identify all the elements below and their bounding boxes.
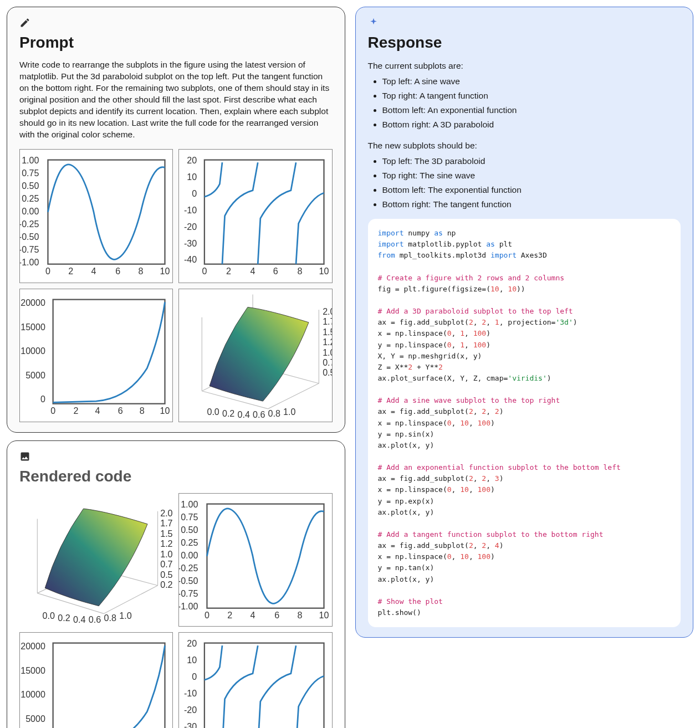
left-column: Prompt Write code to rearrange the subpl… xyxy=(7,7,345,728)
response-body: The current subplots are: Top left: A si… xyxy=(368,59,681,211)
list-item: Top right: The sine wave xyxy=(382,169,681,182)
sparkle-icon xyxy=(368,17,681,30)
response-card: Response The current subplots are: Top l… xyxy=(355,7,694,638)
svg-text:-20: -20 xyxy=(184,222,197,232)
chart-paraboloid-original: 0.0 0.2 0.4 0.6 0.8 1.0 2.00 1.75 1.50 1… xyxy=(178,289,332,422)
svg-text:0.6: 0.6 xyxy=(253,409,265,419)
svg-text:8: 8 xyxy=(298,266,303,276)
chart-tan-original: 20 10 0 -10 -20 -30 -40 0 2 4 6 8 xyxy=(178,149,332,283)
svg-text:10: 10 xyxy=(160,266,170,276)
svg-text:-0.25: -0.25 xyxy=(20,219,39,229)
svg-text:6: 6 xyxy=(274,610,279,620)
svg-text:0: 0 xyxy=(192,189,197,199)
svg-text:0.50: 0.50 xyxy=(22,181,39,191)
svg-text:2: 2 xyxy=(73,406,78,416)
response-intro-new: The new subplots should be: xyxy=(368,139,681,152)
prompt-body: Write code to rearrange the subplots in … xyxy=(19,59,333,140)
svg-rect-110 xyxy=(205,643,324,728)
svg-text:0.50: 0.50 xyxy=(323,367,331,377)
svg-text:1.00: 1.00 xyxy=(181,499,198,509)
svg-text:0: 0 xyxy=(40,394,45,404)
svg-text:0.2: 0.2 xyxy=(58,613,70,623)
response-intro-current: The current subplots are: xyxy=(368,59,681,73)
svg-text:20000: 20000 xyxy=(21,298,45,307)
svg-text:-1.00: -1.00 xyxy=(20,257,39,267)
svg-text:1.0: 1.0 xyxy=(119,610,131,620)
svg-text:0: 0 xyxy=(50,406,55,416)
chart-paraboloid-rendered: 0.0 0.2 0.4 0.6 0.8 1.0 2.00 1.75 1.50 1… xyxy=(19,493,173,627)
svg-text:2: 2 xyxy=(226,266,231,276)
svg-text:0.0: 0.0 xyxy=(43,610,55,620)
rendered-chart-grid: 0.0 0.2 0.4 0.6 0.8 1.0 2.00 1.75 1.50 1… xyxy=(19,493,333,728)
svg-text:10: 10 xyxy=(187,655,197,665)
svg-text:0.6: 0.6 xyxy=(89,614,101,624)
page-root: Prompt Write code to rearrange the subpl… xyxy=(7,7,693,728)
svg-text:0: 0 xyxy=(45,266,50,276)
svg-text:10: 10 xyxy=(319,266,329,276)
rendered-title: Rendered code xyxy=(19,468,333,485)
svg-text:-10: -10 xyxy=(184,688,197,698)
svg-text:0.4: 0.4 xyxy=(73,614,85,624)
svg-text:-40: -40 xyxy=(184,255,197,265)
svg-text:20000: 20000 xyxy=(21,641,45,651)
chart-tan-rendered: 20 10 0 -10 -20 -30 -40 0 2 4 6 8 xyxy=(178,632,332,728)
svg-text:4: 4 xyxy=(251,266,256,276)
svg-text:0.25: 0.25 xyxy=(181,537,198,547)
svg-text:4: 4 xyxy=(251,610,256,620)
list-item: Top left: The 3D paraboloid xyxy=(382,155,681,168)
svg-text:10000: 10000 xyxy=(21,689,45,699)
svg-text:10000: 10000 xyxy=(21,346,45,356)
svg-text:2: 2 xyxy=(68,266,73,276)
svg-text:2.00: 2.00 xyxy=(323,306,331,316)
svg-text:15000: 15000 xyxy=(21,321,45,331)
svg-text:0.50: 0.50 xyxy=(160,569,173,579)
code-block: import numpy as np import matplotlib.pyp… xyxy=(368,219,681,627)
svg-rect-82 xyxy=(207,504,324,608)
prompt-chart-grid: 1.00 0.75 0.50 0.25 0.00 -0.25 -0.50 -0.… xyxy=(19,149,333,422)
svg-text:-0.75: -0.75 xyxy=(179,588,198,598)
svg-text:20: 20 xyxy=(187,156,197,166)
chart-exp-original: 20000 15000 10000 5000 0 0 2 4 6 8 10 xyxy=(19,289,173,422)
list-item: Bottom left: The exponential function xyxy=(382,183,681,197)
right-column: Response The current subplots are: Top l… xyxy=(355,7,694,638)
svg-text:6: 6 xyxy=(273,266,278,276)
chart-exp-rendered: 20000 15000 10000 5000 0 0 2 4 6 8 10 xyxy=(19,632,173,728)
svg-rect-30 xyxy=(53,299,165,403)
chart-sine-rendered: 1.00 0.75 0.50 0.25 0.00 -0.25 -0.50 -0.… xyxy=(178,493,332,627)
rendered-card: Rendered code xyxy=(7,440,345,728)
svg-text:6: 6 xyxy=(115,266,120,276)
list-item: Bottom left: An exponential function xyxy=(382,104,681,117)
list-item: Bottom right: The tangent function xyxy=(382,198,681,211)
svg-text:0.4: 0.4 xyxy=(238,409,250,419)
svg-text:10: 10 xyxy=(319,610,329,620)
svg-text:1.25: 1.25 xyxy=(160,539,173,548)
svg-text:10: 10 xyxy=(187,172,197,182)
svg-text:8: 8 xyxy=(298,610,303,620)
svg-text:-30: -30 xyxy=(184,238,197,248)
svg-rect-0 xyxy=(48,160,165,264)
svg-text:-30: -30 xyxy=(184,721,197,728)
svg-text:0.25: 0.25 xyxy=(22,194,39,204)
svg-text:-20: -20 xyxy=(184,704,197,714)
svg-text:0: 0 xyxy=(202,266,207,276)
svg-rect-98 xyxy=(53,643,165,728)
svg-text:0: 0 xyxy=(205,610,210,620)
prompt-card: Prompt Write code to rearrange the subpl… xyxy=(7,7,345,433)
svg-text:0.75: 0.75 xyxy=(160,559,173,569)
svg-text:-0.75: -0.75 xyxy=(20,245,39,255)
svg-text:15000: 15000 xyxy=(21,665,45,675)
svg-text:1.50: 1.50 xyxy=(323,326,331,336)
pencil-icon xyxy=(19,17,333,30)
svg-text:0.75: 0.75 xyxy=(323,357,331,367)
prompt-title: Prompt xyxy=(19,34,333,52)
svg-text:-0.50: -0.50 xyxy=(179,576,198,586)
svg-text:-0.25: -0.25 xyxy=(179,563,198,573)
svg-text:0.50: 0.50 xyxy=(181,525,198,535)
svg-text:0.8: 0.8 xyxy=(268,408,280,418)
svg-text:0.00: 0.00 xyxy=(22,207,39,217)
response-title: Response xyxy=(368,34,681,52)
response-new-list: Top left: The 3D paraboloid Top right: T… xyxy=(368,155,681,211)
svg-text:-1.00: -1.00 xyxy=(179,601,198,611)
svg-text:2: 2 xyxy=(228,610,233,620)
svg-text:8: 8 xyxy=(138,266,143,276)
